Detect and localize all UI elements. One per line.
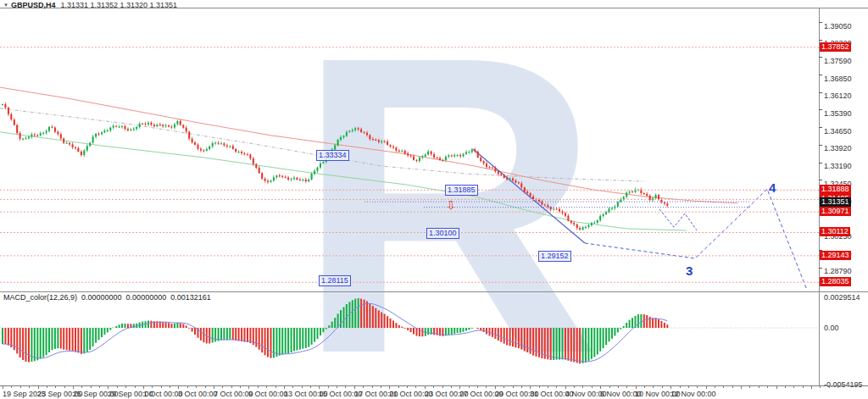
candle-body bbox=[109, 128, 111, 130]
time-axis-tick bbox=[477, 386, 478, 388]
main-price-pane[interactable] bbox=[0, 47, 819, 290]
current-price-box: 1.31351 bbox=[820, 197, 851, 207]
candle-body bbox=[305, 180, 307, 181]
candle-body bbox=[425, 155, 426, 157]
price-annotation-label[interactable]: 1.33334 bbox=[316, 150, 349, 161]
time-axis-tick bbox=[829, 386, 830, 388]
candle-body bbox=[465, 152, 467, 154]
wave-number-label[interactable]: 3 bbox=[686, 263, 693, 278]
candle-body bbox=[483, 161, 485, 163]
price-annotation-label[interactable]: 1.30100 bbox=[426, 228, 459, 239]
candle-body bbox=[171, 127, 173, 128]
time-axis-tick bbox=[143, 386, 144, 389]
candle-body bbox=[599, 216, 601, 220]
price-annotation-label[interactable]: 1.29152 bbox=[538, 251, 571, 262]
axis-tick-mark bbox=[819, 180, 822, 180]
candle-body bbox=[10, 114, 12, 119]
candle-body bbox=[264, 179, 266, 181]
candle-body bbox=[259, 168, 260, 173]
candle-body bbox=[232, 146, 234, 149]
price-annotation-label[interactable]: 1.28115 bbox=[319, 275, 351, 286]
candle-body bbox=[343, 136, 345, 137]
candle-body bbox=[218, 143, 220, 144]
candle-body bbox=[66, 143, 68, 144]
axis-tick-mark bbox=[819, 92, 822, 93]
candle-body bbox=[442, 160, 443, 161]
candle-body bbox=[48, 127, 50, 131]
time-axis-tick bbox=[187, 386, 188, 388]
indicator-value-1: 0.00000000 bbox=[81, 293, 122, 302]
macd-indicator-pane[interactable] bbox=[0, 298, 819, 363]
price-axis[interactable]: 1.390501.383201.375901.368501.361201.353… bbox=[819, 8, 868, 385]
time-axis-tick bbox=[803, 386, 804, 388]
time-axis-tick bbox=[697, 386, 698, 388]
candle-body bbox=[194, 142, 196, 145]
candle-body bbox=[526, 191, 528, 193]
candle-body bbox=[626, 193, 627, 197]
time-axis-tick bbox=[117, 386, 118, 388]
candle-body bbox=[19, 133, 21, 139]
candle-body bbox=[387, 141, 388, 145]
candle-body bbox=[77, 148, 79, 152]
time-axis-tick bbox=[451, 386, 452, 388]
candle-body bbox=[451, 156, 453, 157]
candle-body bbox=[8, 108, 9, 114]
candle-body bbox=[113, 126, 114, 128]
chart-canvas[interactable] bbox=[0, 0, 819, 385]
time-axis-tick bbox=[266, 386, 267, 388]
candle-body bbox=[413, 157, 415, 160]
candle-body bbox=[431, 152, 432, 154]
candle-body bbox=[125, 126, 126, 129]
candle-body bbox=[115, 126, 117, 127]
candle-body bbox=[565, 213, 566, 216]
candle-body bbox=[509, 179, 511, 180]
candle-body bbox=[223, 143, 225, 145]
candle-body bbox=[200, 149, 202, 151]
candle-body bbox=[468, 152, 470, 152]
time-axis-tick bbox=[354, 386, 355, 389]
candle-body bbox=[25, 138, 27, 139]
candle-body bbox=[136, 127, 137, 129]
candle-body bbox=[182, 125, 184, 128]
candle-body bbox=[532, 197, 534, 200]
axis-tick-mark bbox=[819, 109, 822, 110]
time-axis-tick bbox=[372, 386, 373, 388]
candle-body bbox=[192, 139, 193, 143]
price-axis-tick-label: 1.33920 bbox=[824, 145, 852, 152]
candle-body bbox=[573, 223, 575, 224]
time-axis-tick bbox=[469, 386, 470, 388]
time-axis-tick bbox=[11, 386, 12, 388]
candle-body bbox=[437, 158, 438, 158]
candle-body bbox=[296, 178, 298, 180]
time-axis-tick bbox=[161, 386, 162, 388]
price-axis-tick-label: 1.36120 bbox=[824, 92, 852, 100]
trading-chart-window: R ▼GBPUSD,H41.31331 1.31352 1.31320 1.31… bbox=[0, 0, 868, 399]
price-annotation-label[interactable]: 1.31885 bbox=[445, 185, 478, 196]
chart-title: ▼GBPUSD,H41.31331 1.31352 1.31320 1.3135… bbox=[3, 1, 177, 9]
candle-body bbox=[249, 154, 251, 158]
candle-body bbox=[214, 143, 216, 144]
time-axis-tick bbox=[688, 386, 689, 388]
time-axis-tick bbox=[284, 386, 285, 389]
expand-arrow-icon[interactable]: ▼ bbox=[3, 3, 8, 8]
axis-tick-mark bbox=[819, 145, 822, 146]
time-axis-tick bbox=[521, 386, 522, 388]
candle-body bbox=[395, 147, 397, 151]
time-axis-tick bbox=[459, 386, 460, 389]
candle-body bbox=[226, 146, 228, 147]
candle-body bbox=[524, 187, 526, 191]
candle-body bbox=[463, 154, 465, 157]
level-price-box: 1.37852 bbox=[820, 42, 851, 52]
wave-number-label[interactable]: 4 bbox=[769, 180, 776, 195]
candle-body bbox=[605, 212, 607, 213]
level-price-box: 1.30112 bbox=[820, 227, 850, 236]
candle-body bbox=[4, 104, 6, 108]
time-axis-tick bbox=[310, 386, 311, 388]
sell-signal-arrow-icon[interactable]: ⇩ bbox=[446, 198, 456, 212]
blue-trendline bbox=[473, 149, 585, 243]
axis-tick-mark bbox=[819, 268, 822, 269]
pane-separator-line[interactable] bbox=[0, 291, 868, 292]
time-axis-tick bbox=[609, 386, 610, 388]
time-axis[interactable]: 19 Sep 202523 Sep 00:0025 Sep 00:0029 Se… bbox=[0, 385, 868, 399]
time-axis-tick bbox=[125, 386, 126, 388]
